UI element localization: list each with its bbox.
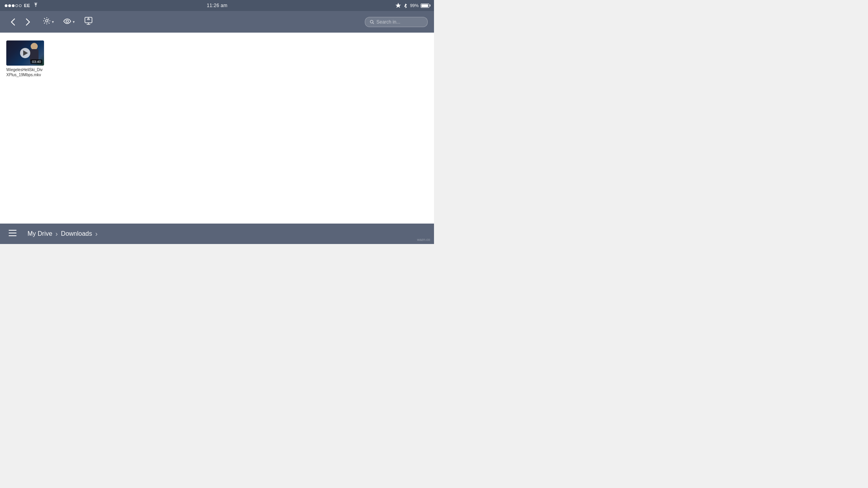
toolbar-nav — [6, 15, 35, 29]
video-thumbnail: 03:40 — [6, 40, 44, 66]
status-time: 11:26 am — [207, 3, 227, 8]
svg-point-1 — [66, 20, 68, 22]
watermark: wazn.co — [417, 238, 430, 242]
svg-rect-6 — [9, 235, 17, 236]
bluetooth-icon — [403, 3, 408, 8]
breadcrumb-separator-2: › — [95, 230, 97, 238]
breadcrumb-separator-1: › — [55, 230, 58, 238]
settings-chevron-icon: ▾ — [52, 20, 54, 24]
search-box[interactable] — [365, 17, 428, 27]
svg-rect-5 — [9, 233, 17, 233]
status-bar: EE 11:26 am 99% — [0, 0, 434, 11]
breadcrumb: My Drive › Downloads › — [25, 229, 97, 239]
settings-dropdown[interactable]: ▾ — [41, 16, 56, 28]
signal-dot-5 — [19, 4, 22, 7]
status-right: 99% — [395, 3, 429, 8]
svg-rect-4 — [9, 230, 17, 231]
carrier-label: EE — [24, 3, 30, 8]
file-name-label: WiegelesHeliSki_DivXPlus_19Mbps.mkv — [6, 67, 44, 77]
breadcrumb-downloads[interactable]: Downloads — [59, 229, 94, 239]
wifi-icon — [33, 3, 39, 9]
signal-dot-2 — [8, 4, 11, 7]
search-input[interactable] — [377, 19, 423, 25]
play-icon — [23, 50, 28, 56]
toolbar-controls: ▾ ▾ — [41, 15, 95, 29]
share-button[interactable] — [82, 15, 95, 29]
svg-point-3 — [370, 20, 373, 23]
toolbar-search — [365, 17, 428, 27]
gear-icon — [43, 17, 50, 26]
search-icon — [370, 20, 374, 24]
eye-icon — [63, 18, 71, 26]
signal-indicator — [5, 4, 22, 7]
bottom-nav: My Drive › Downloads › wazn.co — [0, 224, 434, 244]
view-chevron-icon: ▾ — [73, 20, 75, 24]
signal-dot-1 — [5, 4, 7, 7]
video-duration: 03:40 — [30, 59, 42, 64]
forward-button[interactable] — [21, 15, 35, 29]
toolbar: ▾ ▾ — [0, 11, 434, 33]
view-dropdown[interactable]: ▾ — [61, 17, 77, 28]
back-button[interactable] — [6, 15, 20, 29]
signal-dot-4 — [15, 4, 18, 7]
signal-dot-3 — [12, 4, 15, 7]
file-grid: 03:40 WiegelesHeliSki_DivXPlus_19Mbps.mk… — [6, 40, 428, 77]
svg-point-0 — [46, 20, 48, 22]
status-left: EE — [5, 3, 39, 9]
list-item[interactable]: 03:40 WiegelesHeliSki_DivXPlus_19Mbps.mk… — [6, 40, 44, 77]
battery-percentage: 99% — [410, 3, 419, 8]
play-button-overlay — [20, 48, 30, 58]
file-browser: 03:40 WiegelesHeliSki_DivXPlus_19Mbps.mk… — [0, 33, 434, 224]
battery-icon — [421, 4, 429, 8]
battery-fill — [421, 4, 428, 7]
breadcrumb-my-drive[interactable]: My Drive — [25, 229, 55, 239]
menu-button[interactable] — [6, 227, 19, 240]
location-icon — [395, 3, 401, 8]
